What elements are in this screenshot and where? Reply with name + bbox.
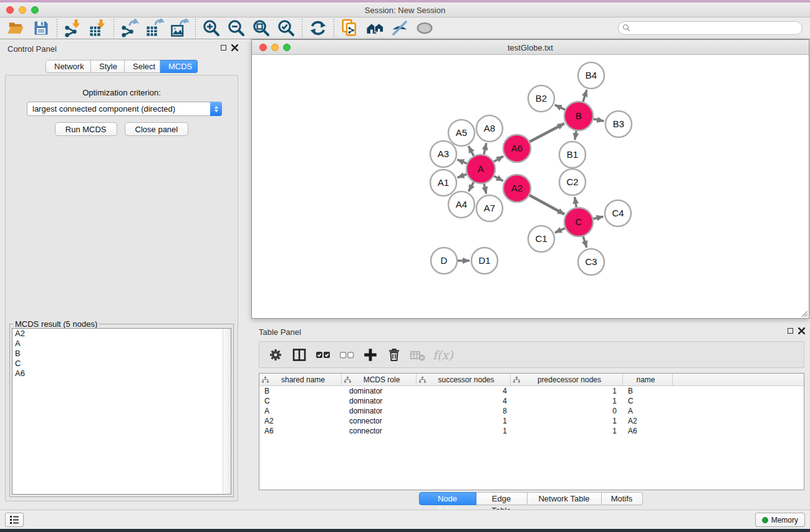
tab-node-table[interactable]: Node Table	[419, 492, 476, 505]
graph-node-D[interactable]: D	[431, 248, 457, 274]
import-table-icon[interactable]	[85, 18, 110, 38]
graph-node-B1[interactable]: B1	[559, 142, 586, 168]
result-item-b[interactable]: B	[12, 349, 231, 359]
result-item-a[interactable]: A	[12, 339, 231, 349]
table-settings-icon[interactable]	[266, 346, 286, 364]
table-row[interactable]: Bdominator41B	[259, 386, 804, 396]
column-header-name[interactable]: name	[623, 374, 673, 385]
edge-B-B2[interactable]	[555, 105, 566, 110]
graph-node-B3[interactable]: B3	[605, 111, 632, 137]
edge-A-A5[interactable]	[468, 146, 473, 156]
edge-C-C4[interactable]	[593, 216, 603, 219]
network-canvas[interactable]: ABCA2A6A1A3A4A5A7A8B1B2B3B4C1C2C3C4DD1	[252, 56, 809, 318]
edge-C-C1[interactable]	[555, 228, 565, 233]
table-row[interactable]: A6connector11A6	[259, 426, 804, 436]
column-header-MCDS-role[interactable]: MCDS role	[342, 374, 417, 385]
mcds-result-list[interactable]: A2ABCA6	[12, 328, 231, 495]
graph-node-A8[interactable]: A8	[476, 115, 503, 142]
zoom-selected-icon[interactable]	[274, 18, 299, 38]
search-input[interactable]	[618, 21, 803, 35]
node-table[interactable]: shared nameMCDS rolesuccessor nodesprede…	[259, 373, 804, 490]
export-table-icon[interactable]	[142, 18, 167, 38]
add-column-icon[interactable]	[360, 346, 380, 364]
graph-node-B[interactable]: B	[564, 102, 593, 130]
window-resize-grip-icon[interactable]	[799, 309, 808, 317]
graph-node-C2[interactable]: C2	[559, 169, 586, 195]
graph-node-B4[interactable]: B4	[578, 62, 604, 89]
split-columns-icon[interactable]	[289, 346, 309, 364]
tab-mcds[interactable]: MCDS	[160, 60, 198, 73]
clone-network-icon[interactable]	[337, 18, 362, 38]
close-panel-icon[interactable]	[231, 44, 238, 51]
zoom-in-icon[interactable]	[199, 18, 224, 38]
edge-A-A1[interactable]	[458, 174, 467, 177]
home-layout-icon[interactable]	[362, 18, 387, 38]
network-window-titlebar[interactable]: testGlobe.txt	[252, 40, 809, 55]
delete-table-icon[interactable]	[408, 346, 428, 364]
select-all-rows-icon[interactable]	[313, 346, 333, 364]
edge-A6-B[interactable]	[529, 123, 564, 142]
graph-node-D1[interactable]: D1	[471, 248, 498, 274]
graph-node-A4[interactable]: A4	[448, 191, 475, 218]
export-image-icon[interactable]	[167, 18, 192, 38]
show-graphics-details-icon[interactable]	[412, 18, 437, 38]
tab-style[interactable]: Style	[91, 60, 125, 73]
refresh-view-icon[interactable]	[306, 18, 330, 38]
import-network-icon[interactable]	[60, 18, 85, 38]
export-network-icon[interactable]	[117, 18, 142, 38]
edge-C-C2[interactable]	[575, 197, 577, 208]
graph-node-C3[interactable]: C3	[578, 249, 604, 275]
graph-node-C4[interactable]: C4	[605, 200, 631, 226]
graph-node-C1[interactable]: C1	[528, 226, 554, 252]
edge-B-B3[interactable]	[594, 119, 604, 121]
float-table-panel-icon[interactable]	[788, 328, 793, 334]
table-row[interactable]: Adominator80A	[259, 406, 804, 416]
graph-node-B2[interactable]: B2	[528, 85, 554, 112]
tab-select[interactable]: Select	[125, 60, 160, 73]
result-item-a2[interactable]: A2	[12, 329, 231, 339]
graph-node-C[interactable]: C	[564, 208, 593, 236]
result-list-scrollbar[interactable]	[223, 329, 231, 494]
edge-B-B1[interactable]	[575, 131, 576, 140]
graph-node-A6[interactable]: A6	[503, 135, 531, 162]
tab-network[interactable]: Network	[46, 60, 91, 73]
deselect-all-rows-icon[interactable]	[337, 346, 357, 364]
hide-graphics-details-icon[interactable]	[387, 18, 412, 38]
edge-C-C3[interactable]	[583, 236, 587, 248]
tab-edge-table[interactable]: Edge Table	[476, 492, 528, 505]
edge-A2-C[interactable]	[529, 195, 564, 215]
close-panel-button[interactable]: Close panel	[125, 122, 189, 136]
graph-node-A5[interactable]: A5	[448, 120, 475, 146]
delete-columns-icon[interactable]	[384, 346, 404, 364]
float-panel-icon[interactable]	[221, 45, 226, 51]
task-history-button[interactable]	[5, 513, 24, 527]
tab-network-table[interactable]: Network Table	[528, 492, 602, 505]
zoom-out-icon[interactable]	[224, 18, 249, 38]
graph-node-A2[interactable]: A2	[503, 175, 531, 202]
graph-node-A3[interactable]: A3	[430, 141, 456, 167]
table-row[interactable]: A2connector11A2	[259, 416, 804, 426]
graph-node-A1[interactable]: A1	[430, 170, 456, 196]
save-session-icon[interactable]	[29, 18, 54, 38]
edge-A-A4[interactable]	[468, 182, 473, 191]
table-row[interactable]: Cdominator41C	[259, 396, 804, 406]
graph-node-A[interactable]: A	[466, 155, 495, 183]
open-file-icon[interactable]	[4, 18, 29, 38]
column-header-shared-name[interactable]: shared name	[259, 374, 342, 385]
graph-node-A7[interactable]: A7	[476, 195, 503, 221]
run-mcds-button[interactable]: Run MCDS	[55, 122, 117, 136]
edge-A-A2[interactable]	[494, 176, 503, 181]
apply-function-icon[interactable]: f(x)	[432, 348, 453, 362]
criterion-select[interactable]: largest connected component (directed)	[27, 102, 222, 116]
zoom-fit-icon[interactable]	[249, 18, 274, 38]
memory-button[interactable]: Memory	[755, 513, 805, 527]
edge-B-B4[interactable]	[583, 90, 587, 102]
edge-A-A3[interactable]	[457, 160, 466, 163]
edge-A-A6[interactable]	[494, 156, 503, 162]
edge-A-A7[interactable]	[484, 183, 486, 193]
result-item-a6[interactable]: A6	[12, 369, 231, 379]
column-header-successor-nodes[interactable]: successor nodes	[417, 374, 511, 385]
edge-A-A8[interactable]	[484, 143, 486, 154]
column-header-predecessor-nodes[interactable]: predecessor nodes	[511, 374, 623, 385]
close-table-panel-icon[interactable]	[798, 327, 805, 334]
